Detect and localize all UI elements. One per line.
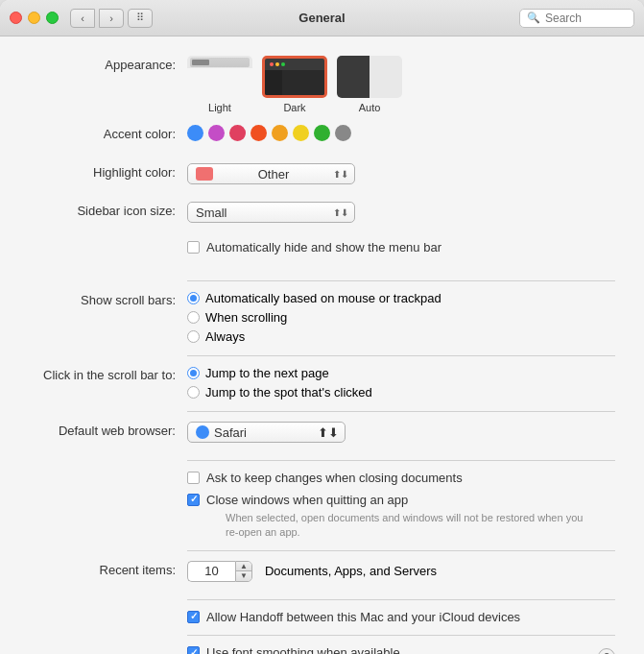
accent-color-label: Accent color:	[10, 125, 187, 141]
click-scroll-option-spot[interactable]: Jump to the spot that's clicked	[187, 385, 372, 400]
search-box[interactable]: 🔍	[519, 9, 634, 28]
close-windows-content: Close windows when quitting an app When …	[206, 493, 596, 541]
titlebar: ‹ › ⠿ General 🔍	[0, 0, 644, 36]
window-title: General	[298, 11, 345, 25]
click-scroll-label-next: Jump to the next page	[205, 366, 329, 380]
back-button[interactable]: ‹	[70, 9, 95, 28]
web-browser-label: Default web browser:	[10, 422, 187, 438]
appearance-thumb-light	[187, 56, 252, 98]
accent-pink[interactable]	[229, 125, 246, 141]
accent-blue[interactable]	[187, 125, 203, 141]
highlight-color-value: Other	[258, 167, 290, 182]
scroll-bars-row: Show scroll bars: Automatically based on…	[10, 291, 615, 344]
highlight-color-label: Highlight color:	[10, 163, 187, 180]
click-scroll-radio-group: Jump to the next page Jump to the spot t…	[187, 366, 372, 400]
stepper-down[interactable]: ▼	[236, 571, 251, 581]
accent-orange[interactable]	[272, 125, 288, 141]
appearance-label: Appearance:	[10, 56, 187, 72]
sidebar-icon-size-control: Small ⬆⬇	[187, 202, 615, 223]
font-smoothing-row: Use font smoothing when available	[187, 645, 598, 654]
handoff-text: Allow Handoff between this Mac and your …	[206, 610, 520, 626]
appearance-row: Appearance: Light	[10, 56, 615, 113]
appearance-label-light: Light	[208, 102, 231, 113]
menu-bar-checkbox[interactable]	[187, 241, 200, 254]
highlight-swatch	[196, 167, 213, 181]
web-browser-select[interactable]: Safari ⬆⬇	[187, 422, 346, 443]
close-windows-text: Close windows when quitting an app	[206, 493, 408, 507]
ask-keep-changes-row: Ask to keep changes when closing documen…	[187, 471, 596, 487]
menu-bar-checkbox-row: Automatically hide and show the menu bar	[187, 240, 441, 256]
scroll-bars-option-scrolling[interactable]: When scrolling	[187, 310, 441, 325]
close-windows-subtext: When selected, open documents and window…	[226, 511, 596, 541]
divider-6	[187, 599, 615, 600]
appearance-option-dark[interactable]: Dark	[262, 56, 327, 113]
highlight-color-control: Other ⬆⬇	[187, 163, 615, 184]
search-input[interactable]	[545, 12, 627, 25]
accent-purple[interactable]	[208, 125, 225, 141]
appearance-label-dark: Dark	[283, 102, 305, 113]
stepper-arrows: ▲ ▼	[235, 561, 252, 582]
scroll-bars-radio-scrolling[interactable]	[187, 311, 200, 324]
click-scroll-radio-next[interactable]	[187, 367, 200, 379]
divider-2	[187, 355, 615, 356]
divider-1	[187, 280, 615, 281]
recent-items-suffix: Documents, Apps, and Servers	[265, 564, 437, 578]
sidebar-icon-size-row: Sidebar icon size: Small ⬆⬇	[10, 202, 615, 229]
search-icon: 🔍	[527, 12, 540, 24]
web-browser-control: Safari ⬆⬇	[187, 422, 615, 443]
font-smoothing-checkbox[interactable]	[187, 646, 200, 654]
appearance-label-auto: Auto	[359, 102, 381, 113]
safari-icon	[196, 425, 209, 439]
thumb-dark-dots	[270, 62, 285, 66]
accent-red[interactable]	[250, 125, 267, 141]
nav-buttons: ‹ ›	[70, 9, 124, 28]
ask-keep-changes-checkbox[interactable]	[187, 472, 200, 484]
maximize-button[interactable]	[46, 12, 59, 24]
grid-button[interactable]: ⠿	[128, 9, 153, 28]
scroll-bars-radio-group: Automatically based on mouse or trackpad…	[187, 291, 441, 344]
divider-3	[187, 411, 615, 412]
help-button[interactable]: ?	[598, 648, 615, 654]
accent-gray[interactable]	[335, 125, 351, 141]
web-browser-value: Safari	[214, 425, 247, 440]
scroll-bars-option-always[interactable]: Always	[187, 329, 441, 344]
minimize-button[interactable]	[28, 12, 40, 24]
dot-green	[281, 62, 285, 66]
close-windows-checkbox[interactable]	[187, 494, 200, 506]
recent-items-control: ▲ ▼ Documents, Apps, and Servers	[187, 561, 615, 582]
dark-sidebar	[265, 70, 282, 95]
appearance-option-light[interactable]: Light	[187, 56, 252, 113]
recent-items-row: Recent items: ▲ ▼ Documents, Apps, and S…	[10, 561, 615, 588]
sidebar-icon-size-value: Small	[196, 206, 227, 220]
dark-content	[282, 70, 324, 95]
accent-yellow[interactable]	[293, 125, 309, 141]
scroll-bars-control: Automatically based on mouse or trackpad…	[187, 291, 615, 344]
click-scroll-radio-spot[interactable]	[187, 386, 200, 399]
highlight-dropdown-arrow: ⬆⬇	[333, 169, 348, 180]
menu-bar-control: Automatically hide and show the menu bar	[187, 240, 615, 262]
font-smoothing-offset: Use font smoothing when available	[187, 645, 598, 654]
forward-button[interactable]: ›	[99, 9, 124, 28]
scroll-bars-label-always: Always	[205, 329, 245, 344]
settings-content: Appearance: Light	[0, 36, 644, 654]
scroll-bars-option-auto[interactable]: Automatically based on mouse or trackpad	[187, 291, 441, 305]
divider-7	[187, 635, 615, 636]
stepper-up[interactable]: ▲	[236, 562, 251, 572]
close-windows-row: Close windows when quitting an app When …	[187, 493, 596, 541]
accent-colors	[187, 125, 351, 141]
click-scroll-control: Jump to the next page Jump to the spot t…	[187, 366, 615, 400]
highlight-color-select[interactable]: Other ⬆⬇	[187, 163, 355, 184]
sidebar-icon-size-select[interactable]: Small ⬆⬇	[187, 202, 355, 223]
scroll-bars-radio-always[interactable]	[187, 330, 200, 343]
checkboxes-area: Ask to keep changes when closing documen…	[187, 471, 615, 541]
close-button[interactable]	[10, 12, 22, 24]
accent-green[interactable]	[314, 125, 330, 141]
handoff-checkbox[interactable]	[187, 611, 200, 623]
recent-items-stepper[interactable]: ▲ ▼	[187, 561, 252, 582]
accent-color-control	[187, 125, 615, 141]
scroll-bars-label-scrolling: When scrolling	[205, 310, 287, 325]
scroll-bars-radio-auto[interactable]	[187, 292, 200, 304]
appearance-option-auto[interactable]: Auto	[337, 56, 402, 113]
click-scroll-option-next[interactable]: Jump to the next page	[187, 366, 372, 380]
recent-items-input[interactable]	[187, 561, 235, 582]
